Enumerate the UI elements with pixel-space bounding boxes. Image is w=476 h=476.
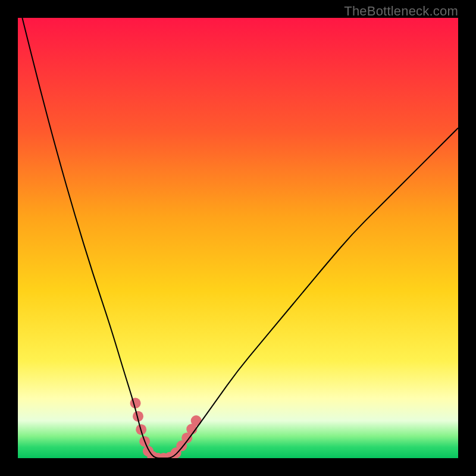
gradient-background — [18, 18, 458, 458]
marker-dot — [130, 398, 141, 409]
chart-frame: TheBottleneck.com — [0, 0, 476, 476]
watermark-text: TheBottleneck.com — [344, 4, 458, 19]
plot-area — [18, 18, 458, 458]
marker-dot — [191, 415, 202, 426]
bottleneck-chart — [18, 18, 458, 458]
